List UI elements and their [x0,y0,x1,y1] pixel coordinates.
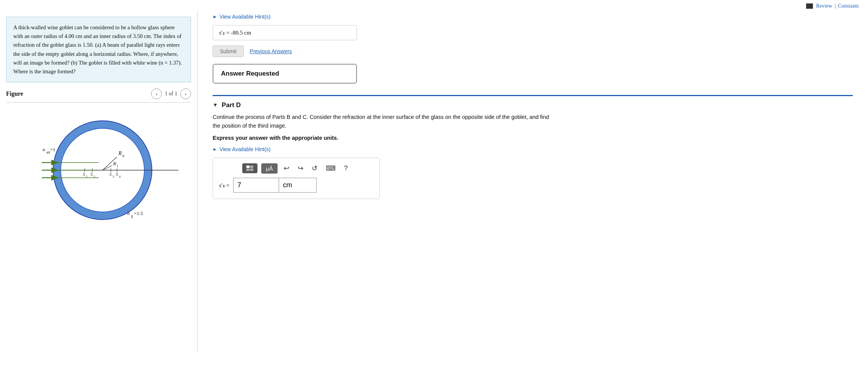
separator: | [835,3,836,9]
svg-rect-34 [246,166,249,168]
svg-rect-35 [250,166,253,168]
answer-requested-box: Answer Requested [213,64,357,84]
svg-text:n: n [127,210,130,216]
refresh-button[interactable]: ↺ [309,163,320,174]
svg-rect-36 [246,169,249,171]
svg-text:4: 4 [119,175,121,179]
keyboard-button[interactable]: ⌨ [324,163,338,174]
submit-row: Submit Previous Answers [213,46,853,57]
figure-header: Figure ‹ 1 of 1 › [6,89,191,99]
answer-display-box: s′₂ = -80.5 cm [213,25,357,40]
part-c-hint-label: View Available Hint(s) [219,14,271,20]
answer-requested-text: Answer Requested [221,70,279,77]
figure-title: Figure [6,90,23,97]
svg-rect-37 [250,169,253,171]
part-c-area: ► View Available Hint(s) s′₂ = -80.5 cm … [213,11,853,84]
svg-text:n: n [43,147,45,152]
value-input[interactable] [233,178,279,193]
top-bar: Review | Constants [0,0,868,11]
figure-count: 1 of 1 [165,91,177,97]
svg-text:S: S [90,172,93,177]
part-c-hint-toggle[interactable]: ► View Available Hint(s) [213,14,853,20]
main-layout: A thick-walled wine goblet can be consid… [0,11,868,352]
figure-nav: ‹ 1 of 1 › [151,89,191,99]
input-label: s′₃ = [219,182,229,189]
svg-text:2: 2 [93,175,95,179]
part-d-collapse-arrow[interactable]: ▼ [213,102,218,108]
left-panel: A thick-walled wine goblet can be consid… [0,11,197,352]
express-units-label: Express your answer with the appropriate… [213,135,853,141]
review-icon [806,3,813,9]
svg-text:S: S [116,172,118,177]
redo-button[interactable]: ↪ [295,163,306,174]
mu-button[interactable]: μÅ [261,163,278,174]
svg-text:3: 3 [112,175,114,179]
help-button[interactable]: ? [342,163,350,174]
prev-figure-button[interactable]: ‹ [151,89,162,99]
part-d-hint-label: View Available Hint(s) [219,146,271,152]
part-d-section: ▼ Part D Continue the process of Parts B… [213,95,853,199]
figure-canvas: R o R i n air =1 n g =1.5 S 1 [6,106,191,235]
figure-section: Figure ‹ 1 of 1 › [0,82,197,235]
svg-text:i: i [117,164,118,168]
part-d-description: Continue the process of Parts B and C. C… [213,113,554,130]
submit-button[interactable]: Submit [213,46,244,57]
svg-text:R: R [113,161,116,166]
figure-svg: R o R i n air =1 n g =1.5 S 1 [23,109,182,231]
svg-text:R: R [118,150,122,156]
unit-input[interactable] [279,178,317,193]
previous-answers-link[interactable]: Previous Answers [250,48,292,54]
problem-box: A thick-walled wine goblet can be consid… [6,17,191,82]
input-row: s′₃ = [219,178,373,193]
constants-link[interactable]: Constants [838,3,859,9]
svg-text:S: S [109,172,112,177]
input-container: μÅ ↩ ↪ ↺ ⌨ ? s′₃ = [213,158,380,199]
part-d-header-row: ▼ Part D [213,96,853,113]
right-panel: ► View Available Hint(s) s′₂ = -80.5 cm … [197,11,868,352]
grid-icon [246,165,254,171]
part-d-label: Part D [222,101,241,109]
svg-text:=1: =1 [50,147,55,152]
undo-button[interactable]: ↩ [281,163,292,174]
svg-text:o: o [122,153,125,158]
answer-display-text: s′₂ = -80.5 cm [219,30,251,36]
input-toolbar: μÅ ↩ ↪ ↺ ⌨ ? [219,163,373,174]
hint-arrow-icon: ► [213,14,217,19]
next-figure-button[interactable]: › [180,89,191,99]
figure-divider [6,102,191,103]
svg-text:g: g [131,214,133,218]
part-d-hint-toggle[interactable]: ► View Available Hint(s) [213,146,853,152]
review-link[interactable]: Review [816,3,832,9]
part-d-hint-arrow-icon: ► [213,147,217,152]
svg-text:1: 1 [86,175,88,179]
grid-icon-button[interactable] [242,163,257,173]
problem-text: A thick-walled wine goblet can be consid… [13,24,182,74]
svg-text:S: S [83,172,85,177]
svg-text:=1.5: =1.5 [134,210,143,216]
